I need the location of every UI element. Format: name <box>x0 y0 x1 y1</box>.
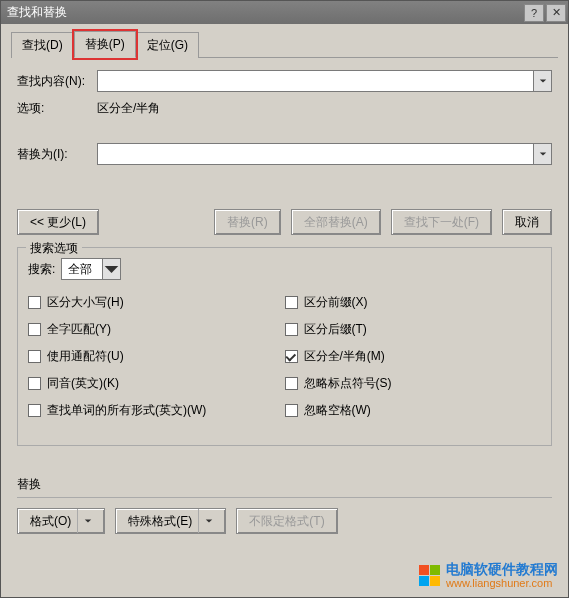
replace-section-legend: 替换 <box>11 476 558 497</box>
checkbox-label: 全字匹配(Y) <box>47 321 111 338</box>
find-next-button[interactable]: 查找下一处(F) <box>391 209 492 235</box>
checkbox-icon <box>28 404 41 417</box>
checkbox-label: 区分全/半角(M) <box>304 348 385 365</box>
search-direction-label: 搜索: <box>28 261 55 278</box>
checkbox-label: 忽略空格(W) <box>304 402 371 419</box>
checkbox-option[interactable]: 使用通配符(U) <box>28 348 285 365</box>
checkbox-label: 区分前缀(X) <box>304 294 368 311</box>
format-button[interactable]: 格式(O) <box>17 508 105 534</box>
replace-all-button[interactable]: 全部替换(A) <box>291 209 381 235</box>
checkbox-option[interactable]: 区分大小写(H) <box>28 294 285 311</box>
watermark: 电脑软硬件教程网 www.liangshuner.com <box>419 562 558 589</box>
watermark-title: 电脑软硬件教程网 <box>446 562 558 577</box>
search-direction-select[interactable]: 全部 <box>61 258 121 280</box>
tab-find[interactable]: 查找(D) <box>11 32 74 58</box>
chevron-down-icon <box>539 77 547 85</box>
options-label: 选项: <box>17 100 97 117</box>
checkbox-option[interactable]: 查找单词的所有形式(英文)(W) <box>28 402 285 419</box>
checkbox-icon <box>285 404 298 417</box>
checkbox-icon <box>28 377 41 390</box>
checkbox-label: 查找单词的所有形式(英文)(W) <box>47 402 206 419</box>
checkbox-icon <box>28 350 41 363</box>
checkbox-label: 区分后缀(T) <box>304 321 367 338</box>
watermark-url: www.liangshuner.com <box>446 577 558 589</box>
search-options-group: 搜索选项 搜索: 全部 区分大小写(H)全字匹配(Y)使用通配符(U)同音(英文… <box>17 247 552 446</box>
checkbox-icon <box>285 350 298 363</box>
checkbox-option[interactable]: 忽略标点符号(S) <box>285 375 542 392</box>
tab-replace[interactable]: 替换(P) <box>74 31 136 58</box>
special-format-button[interactable]: 特殊格式(E) <box>115 508 226 534</box>
replace-one-button[interactable]: 替换(R) <box>214 209 281 235</box>
checkbox-option[interactable]: 区分全/半角(M) <box>285 348 542 365</box>
chevron-down-icon <box>103 261 120 278</box>
find-label: 查找内容(N): <box>17 73 97 90</box>
divider <box>17 497 552 498</box>
checkbox-icon <box>28 296 41 309</box>
checkbox-option[interactable]: 全字匹配(Y) <box>28 321 285 338</box>
checkbox-icon <box>285 377 298 390</box>
title-bar: 查找和替换 ? ✕ <box>1 1 568 24</box>
checkbox-label: 使用通配符(U) <box>47 348 124 365</box>
window-title: 查找和替换 <box>7 4 522 21</box>
checkbox-label: 区分大小写(H) <box>47 294 124 311</box>
checkbox-label: 同音(英文)(K) <box>47 375 119 392</box>
chevron-down-icon <box>539 150 547 158</box>
checkbox-label: 忽略标点符号(S) <box>304 375 392 392</box>
chevron-down-icon <box>205 517 213 525</box>
help-button[interactable]: ? <box>524 4 544 22</box>
checkbox-option[interactable]: 区分后缀(T) <box>285 321 542 338</box>
checkbox-option[interactable]: 区分前缀(X) <box>285 294 542 311</box>
checkbox-option[interactable]: 同音(英文)(K) <box>28 375 285 392</box>
replace-label: 替换为(I): <box>17 146 97 163</box>
find-input[interactable] <box>97 70 534 92</box>
search-direction-value: 全部 <box>62 259 102 279</box>
checkbox-icon <box>285 296 298 309</box>
search-direction-dropdown-button[interactable] <box>102 259 120 279</box>
replace-input[interactable] <box>97 143 534 165</box>
checkbox-option[interactable]: 忽略空格(W) <box>285 402 542 419</box>
tab-goto[interactable]: 定位(G) <box>136 32 199 58</box>
close-button[interactable]: ✕ <box>546 4 566 22</box>
search-options-legend: 搜索选项 <box>26 240 82 257</box>
options-value: 区分全/半角 <box>97 100 160 117</box>
find-dropdown-button[interactable] <box>534 70 552 92</box>
tab-strip: 查找(D) 替换(P) 定位(G) <box>11 32 558 58</box>
replace-dropdown-button[interactable] <box>534 143 552 165</box>
checkbox-icon <box>285 323 298 336</box>
no-format-button[interactable]: 不限定格式(T) <box>236 508 337 534</box>
cancel-button[interactable]: 取消 <box>502 209 552 235</box>
chevron-down-icon <box>84 517 92 525</box>
checkbox-icon <box>28 323 41 336</box>
windows-logo-icon <box>419 565 440 586</box>
less-button[interactable]: << 更少(L) <box>17 209 99 235</box>
